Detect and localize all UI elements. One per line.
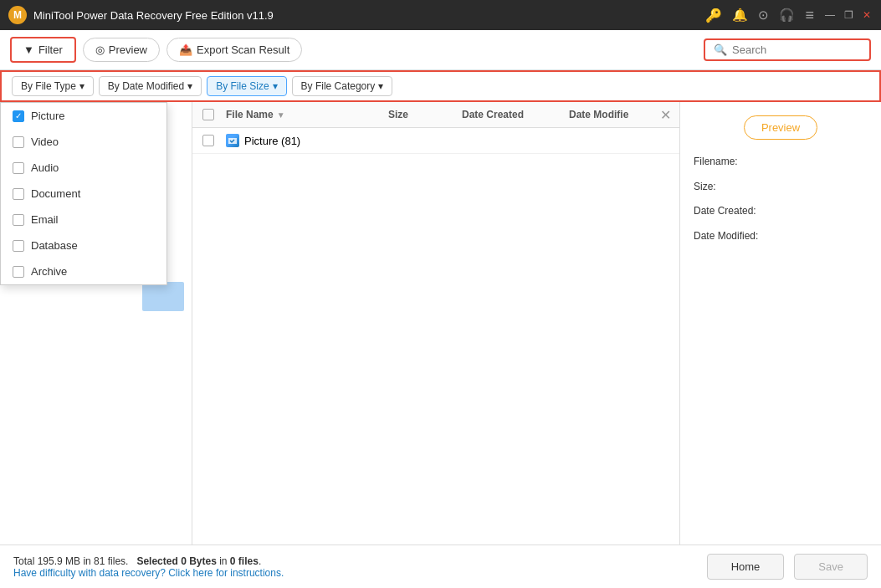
- help-link[interactable]: Have difficulty with data recovery? Clic…: [13, 567, 697, 579]
- filename-header: File Name ▼: [226, 109, 382, 120]
- circle-icon[interactable]: ⊙: [758, 8, 769, 23]
- left-panel: Picture Video Audio Document Email Datab…: [0, 102, 192, 545]
- save-button: Save: [794, 554, 868, 580]
- filter-icon: ▼: [23, 43, 34, 56]
- audio-label: Audio: [31, 161, 59, 174]
- chevron-down-icon: ▾: [79, 80, 85, 92]
- blue-selection-hint: [142, 282, 184, 311]
- preview-button[interactable]: ◎ Preview: [83, 38, 160, 62]
- app-logo: M: [8, 6, 27, 24]
- minimize-button[interactable]: —: [824, 9, 836, 21]
- video-checkbox[interactable]: [13, 136, 24, 148]
- database-option[interactable]: Database: [1, 233, 166, 258]
- status-text-area: Total 195.9 MB in 81 files. Selected 0 B…: [13, 555, 697, 579]
- database-label: Database: [31, 239, 78, 252]
- picture-label: Picture: [31, 110, 64, 122]
- chevron-down-icon: ▾: [273, 80, 278, 92]
- document-label: Document: [31, 187, 80, 200]
- home-button[interactable]: Home: [707, 554, 785, 580]
- status-info: Total 195.9 MB in 81 files. Selected 0 B…: [13, 555, 697, 567]
- document-checkbox[interactable]: [13, 188, 24, 200]
- filename-meta: Filename:: [694, 153, 868, 171]
- restore-button[interactable]: ❐: [843, 9, 854, 21]
- date-created-meta: Date Created:: [694, 202, 868, 221]
- search-box[interactable]: 🔍: [704, 38, 871, 61]
- file-list-area: ✕ File Name ▼ Size Date Created Date Mod…: [192, 102, 680, 545]
- titlebar-icons: 🔑 🔔 ⊙ 🎧 ≡: [705, 7, 814, 24]
- email-checkbox[interactable]: [13, 214, 24, 226]
- select-all-checkbox[interactable]: [202, 109, 214, 120]
- bell-icon[interactable]: 🔔: [732, 8, 748, 23]
- picture-option[interactable]: Picture: [1, 103, 166, 129]
- video-label: Video: [31, 135, 59, 148]
- search-input[interactable]: [732, 43, 858, 56]
- email-option[interactable]: Email: [1, 207, 166, 233]
- preview-icon: ◎: [95, 43, 105, 56]
- sort-arrow-icon[interactable]: ▼: [277, 110, 285, 120]
- close-button[interactable]: ✕: [861, 9, 873, 21]
- title-bar: M MiniTool Power Data Recovery Free Edit…: [0, 0, 881, 30]
- date-created-header: Date Created: [462, 109, 562, 120]
- close-panel-button[interactable]: ✕: [660, 107, 671, 123]
- document-option[interactable]: Document: [1, 181, 166, 207]
- toolbar: ▼ Filter ◎ Preview 📤 Export Scan Result …: [0, 30, 881, 70]
- search-icon: 🔍: [714, 43, 727, 56]
- audio-checkbox[interactable]: [13, 162, 24, 174]
- svg-text:M: M: [13, 9, 22, 21]
- key-icon[interactable]: 🔑: [705, 8, 722, 23]
- window-controls: — ❐ ✕: [824, 9, 873, 21]
- preview-panel-button[interactable]: Preview: [744, 115, 817, 140]
- filter-button[interactable]: ▼ Filter: [10, 37, 76, 63]
- by-file-type-dropdown[interactable]: By File Type ▾: [12, 76, 94, 96]
- date-modified-header: Date Modifie: [569, 109, 669, 120]
- selected-bold: Selected: [136, 555, 181, 567]
- picture-folder-icon: [226, 134, 239, 147]
- picture-checkbox[interactable]: [13, 110, 24, 122]
- chevron-down-icon: ▾: [378, 80, 383, 92]
- archive-label: Archive: [31, 265, 67, 278]
- main-content: Picture Video Audio Document Email Datab…: [0, 102, 881, 545]
- size-meta: Size:: [694, 178, 868, 197]
- database-checkbox[interactable]: [13, 240, 24, 252]
- app-title: MiniTool Power Data Recovery Free Editio…: [33, 9, 705, 22]
- file-type-dropdown-menu: Picture Video Audio Document Email Datab…: [0, 102, 167, 285]
- selected-files: 0 files: [230, 555, 259, 567]
- export-button[interactable]: 📤 Export Scan Result: [166, 38, 302, 62]
- row-checkbox[interactable]: [202, 135, 214, 146]
- status-bar: Total 195.9 MB in 81 files. Selected 0 B…: [0, 545, 881, 588]
- menu-icon[interactable]: ≡: [805, 7, 814, 24]
- email-label: Email: [31, 213, 59, 226]
- filter-bar: By File Type ▾ By Date Modified ▾ By Fil…: [0, 70, 881, 102]
- size-header: Size: [388, 109, 455, 120]
- file-list-header: File Name ▼ Size Date Created Date Modif…: [192, 102, 679, 128]
- by-date-modified-dropdown[interactable]: By Date Modified ▾: [99, 76, 202, 96]
- date-modified-meta: Date Modified:: [694, 228, 868, 246]
- file-name-cell: Picture (81): [226, 134, 382, 147]
- export-icon: 📤: [179, 43, 192, 56]
- archive-checkbox[interactable]: [13, 266, 24, 278]
- headphone-icon[interactable]: 🎧: [779, 8, 795, 23]
- video-option[interactable]: Video: [1, 129, 166, 155]
- audio-option[interactable]: Audio: [1, 155, 166, 181]
- table-row[interactable]: Picture (81): [192, 128, 679, 154]
- by-file-category-dropdown[interactable]: By File Category ▾: [292, 76, 393, 96]
- by-file-size-dropdown[interactable]: By File Size ▾: [207, 76, 286, 96]
- chevron-down-icon: ▾: [187, 80, 192, 92]
- right-preview-panel: Preview Filename: Size: Date Created: Da…: [680, 102, 881, 545]
- selected-bytes: 0 Bytes: [181, 555, 217, 567]
- archive-option[interactable]: Archive: [1, 258, 166, 284]
